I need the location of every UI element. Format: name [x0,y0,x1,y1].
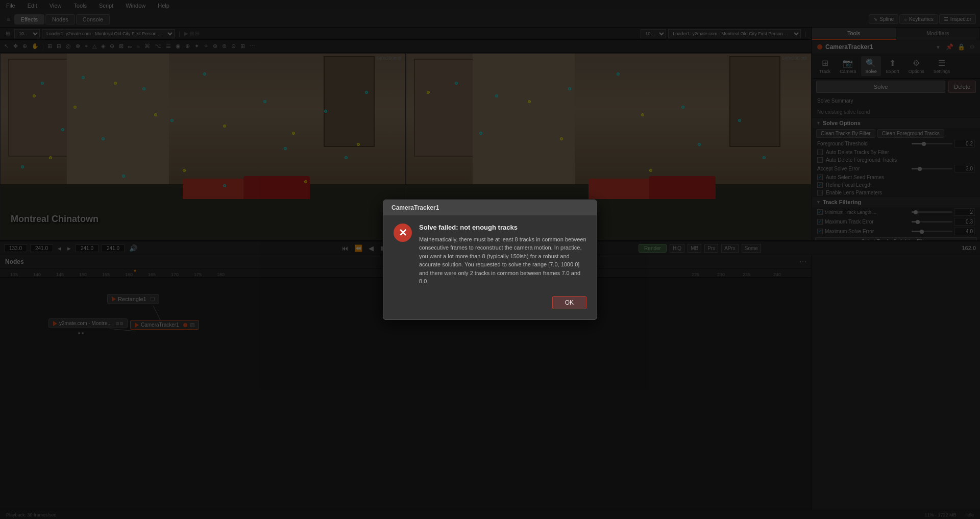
dialog-ok-btn[interactable]: OK [552,296,586,309]
dialog-body: ✕ Solve failed: not enough tracks Mathem… [394,224,586,286]
dialog-title-bar: CameraTracker1 [383,200,597,215]
dialog-text-area: Solve failed: not enough tracks Mathemat… [419,224,586,286]
error-dialog: CameraTracker1 ✕ Solve failed: not enoug… [383,200,597,320]
dialog-footer: OK [394,296,586,309]
dialog-error-msg: Mathematically, there must be at least 8… [419,235,586,286]
error-icon: ✕ [394,224,412,242]
dialog-overlay: CameraTracker1 ✕ Solve failed: not enoug… [0,0,980,519]
dialog-error-title: Solve failed: not enough tracks [419,224,586,231]
